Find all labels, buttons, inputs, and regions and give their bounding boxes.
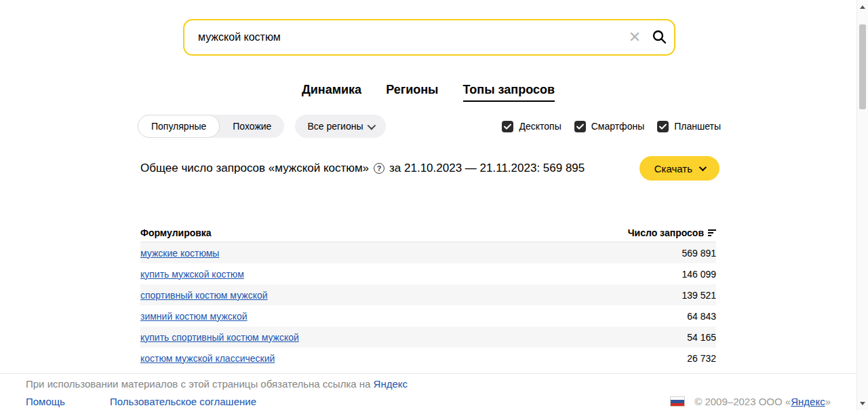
- table-row: купить мужской костюм 146 099: [140, 263, 716, 284]
- download-button[interactable]: Скачать: [639, 156, 719, 181]
- search-button[interactable]: [644, 22, 674, 52]
- scrollbar-thumb[interactable]: [859, 24, 866, 109]
- checkbox-smartphones[interactable]: Смартфоны: [574, 121, 645, 132]
- table-row: костюм мужской классический 26 732: [140, 348, 716, 369]
- footer: При использовании материалов с этой стра…: [0, 373, 868, 410]
- top-queries-table: Формулировка Число запросов мужские кост…: [140, 224, 716, 369]
- region-selector-label: Все регионы: [307, 121, 363, 132]
- summary-row: Общее число запросов «мужской костюм» ? …: [140, 156, 719, 181]
- query-count: 26 732: [687, 353, 716, 364]
- query-count: 146 099: [682, 269, 716, 280]
- checkbox-label: Десктопы: [519, 121, 561, 132]
- query-count: 54 165: [687, 332, 716, 343]
- table-row: спортивный костюм мужской 139 521: [140, 284, 716, 305]
- region-selector[interactable]: Все регионы: [295, 115, 386, 138]
- chevron-down-icon: [699, 164, 707, 171]
- checkbox-desktops[interactable]: Десктопы: [502, 121, 561, 132]
- checked-checkbox-icon: [657, 121, 669, 132]
- phrase-column-header: Формулировка: [140, 227, 212, 238]
- table-header: Формулировка Число запросов: [140, 224, 716, 242]
- query-link[interactable]: купить спортивный костюм мужской: [140, 332, 299, 343]
- query-link[interactable]: спортивный костюм мужской: [140, 290, 268, 301]
- summary-text-after: за 21.10.2023 — 21.11.2023: 569 895: [389, 162, 585, 175]
- tab-dynamics[interactable]: Динамика: [302, 83, 361, 102]
- checkbox-label: Планшеты: [674, 121, 721, 132]
- vertical-scrollbar[interactable]: [856, 0, 868, 410]
- query-link[interactable]: зимний костюм мужской: [140, 311, 248, 322]
- mode-toggle: Популярные Похожие: [138, 115, 284, 138]
- clear-icon[interactable]: ✕: [625, 28, 644, 47]
- tab-top-queries[interactable]: Топы запросов: [463, 83, 555, 102]
- search-input[interactable]: [184, 20, 625, 54]
- filter-row: Популярные Похожие Все регионы Десктопы …: [138, 115, 721, 138]
- magnifier-icon: [651, 29, 667, 47]
- help-link[interactable]: Помощь: [26, 396, 65, 407]
- summary-text-before: Общее число запросов «мужской костюм»: [140, 162, 369, 175]
- query-count: 64 843: [687, 311, 716, 322]
- checkbox-label: Смартфоны: [591, 121, 645, 132]
- count-column-header-label: Число запросов: [628, 227, 704, 238]
- table-row: зимний костюм мужской 64 843: [140, 305, 716, 327]
- footer-copyright: © 2009–2023 ООО «Яндекс»: [670, 396, 831, 407]
- total-queries-summary: Общее число запросов «мужской костюм» ? …: [140, 162, 585, 175]
- toggle-popular[interactable]: Популярные: [138, 115, 220, 138]
- query-count: 139 521: [682, 290, 716, 301]
- tab-regions[interactable]: Регионы: [386, 83, 438, 102]
- query-link[interactable]: мужские костюмы: [140, 248, 219, 259]
- download-button-label: Скачать: [654, 163, 692, 174]
- yandex-company-link[interactable]: Яндекс: [791, 396, 825, 407]
- russia-flag-icon: [670, 396, 685, 407]
- terms-link[interactable]: Пользовательское соглашение: [110, 396, 256, 407]
- scroll-up-icon[interactable]: [857, 1, 868, 12]
- table-row: купить спортивный костюм мужской 54 165: [140, 327, 716, 348]
- toggle-similar[interactable]: Похожие: [220, 115, 284, 138]
- count-column-header[interactable]: Число запросов: [628, 227, 716, 238]
- query-count: 569 891: [682, 248, 716, 259]
- search-bar: ✕: [183, 19, 675, 56]
- yandex-link[interactable]: Яндекс: [374, 378, 408, 390]
- tab-bar: Динамика Регионы Топы запросов: [0, 83, 856, 102]
- query-link[interactable]: костюм мужской классический: [140, 353, 275, 364]
- device-filters: Десктопы Смартфоны Планшеты: [502, 121, 721, 132]
- attribution-text: При использовании материалов с этой стра…: [26, 378, 374, 390]
- checkbox-tablets[interactable]: Планшеты: [657, 121, 721, 132]
- question-circle-icon[interactable]: ?: [374, 163, 384, 174]
- query-link[interactable]: купить мужской костюм: [140, 269, 244, 280]
- chevron-down-icon: [368, 121, 376, 130]
- table-row: мужские костюмы 569 891: [140, 242, 716, 263]
- scroll-down-icon[interactable]: [857, 398, 868, 409]
- sort-descending-icon: [708, 229, 716, 236]
- copyright-text: © 2009–2023 ООО «Яндекс»: [694, 396, 831, 407]
- checked-checkbox-icon: [502, 121, 513, 132]
- checked-checkbox-icon: [574, 121, 586, 132]
- footer-links: Помощь Пользовательское соглашение: [26, 396, 256, 407]
- attribution-notice: При использовании материалов с этой стра…: [26, 378, 408, 390]
